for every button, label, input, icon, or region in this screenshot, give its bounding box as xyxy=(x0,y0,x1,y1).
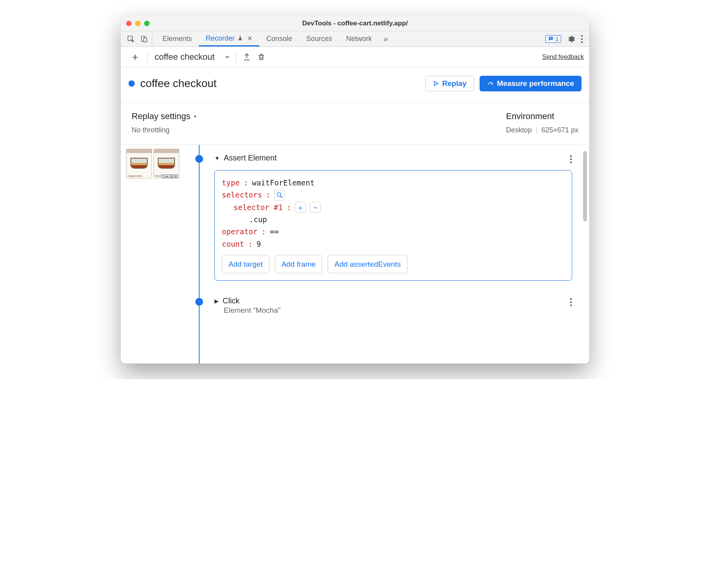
flask-icon xyxy=(237,35,243,41)
add-selector-button[interactable]: ＋ xyxy=(295,202,306,213)
measure-performance-button[interactable]: Measure performance xyxy=(480,76,582,91)
titlebar: DevTools - coffee-cart.netlify.app/ xyxy=(121,16,589,31)
close-window-button[interactable] xyxy=(126,21,132,26)
remove-selector-button[interactable]: − xyxy=(310,202,321,213)
tab-sources[interactable]: Sources xyxy=(299,31,339,46)
svg-point-10 xyxy=(570,162,572,163)
recorder-toolbar: ＋ coffee checkout Send feedback xyxy=(121,47,589,67)
field-value-type[interactable]: waitForElement xyxy=(252,177,314,189)
pick-selector-icon[interactable] xyxy=(274,190,285,201)
gauge-icon xyxy=(487,80,494,87)
svg-point-5 xyxy=(581,35,583,36)
zoom-window-button[interactable] xyxy=(144,21,150,26)
issues-badge[interactable]: 1 xyxy=(545,35,561,43)
window-title: DevTools - coffee-cart.netlify.app/ xyxy=(121,20,589,27)
caret-right-icon xyxy=(193,114,197,119)
settings-gear-icon[interactable] xyxy=(567,35,575,43)
step-header[interactable]: ▼ Assert Element xyxy=(214,153,572,162)
close-tab-icon[interactable]: ✕ xyxy=(247,35,252,42)
recording-select[interactable]: coffee checkout xyxy=(151,52,233,62)
tab-console[interactable]: Console xyxy=(259,31,299,46)
svg-point-7 xyxy=(581,41,583,43)
replay-button[interactable]: Replay xyxy=(425,76,474,91)
tab-network[interactable]: Network xyxy=(339,31,379,46)
device-toolbar-icon[interactable] xyxy=(140,35,148,43)
chat-icon xyxy=(548,36,554,42)
field-key-type: type xyxy=(222,177,240,189)
svg-point-9 xyxy=(570,159,572,160)
new-recording-button[interactable]: ＋ xyxy=(126,50,144,64)
step-menu-icon[interactable] xyxy=(570,298,572,306)
environment-label: Environment xyxy=(506,111,578,121)
screenshot-thumbnail[interactable]: Cappuccino xyxy=(126,149,152,178)
thumbnail-column: Cappuccino Mocha Total: $0.00 xyxy=(121,145,183,363)
tab-elements[interactable]: Elements xyxy=(155,31,199,46)
tab-recorder[interactable]: Recorder ✕ xyxy=(199,31,259,46)
step-subtitle: Element "Mocha" xyxy=(214,306,281,315)
svg-point-6 xyxy=(581,38,583,39)
svg-rect-4 xyxy=(550,39,551,39)
step-details-card: type: waitForElement selectors: selector… xyxy=(214,170,572,281)
svg-rect-3 xyxy=(550,38,552,38)
step-assert-element: ▼ Assert Element type: waitForElement se… xyxy=(183,153,572,281)
field-value-count[interactable]: 9 xyxy=(257,238,261,250)
selector-value[interactable]: .cup xyxy=(249,214,267,226)
timeline-node-icon xyxy=(195,155,203,163)
export-icon[interactable] xyxy=(239,53,254,61)
field-key-operator: operator xyxy=(222,226,258,238)
recording-title: coffee checkout xyxy=(140,77,217,90)
inspect-element-icon[interactable] xyxy=(127,35,135,43)
settings-row: Replay settings No throttling Environmen… xyxy=(121,103,589,145)
chevron-down-icon xyxy=(224,54,230,60)
minimize-window-button[interactable] xyxy=(135,21,141,26)
step-menu-icon[interactable] xyxy=(570,155,572,164)
caret-down-icon: ▼ xyxy=(214,155,220,161)
timeline-node-icon xyxy=(195,298,203,306)
recording-header: coffee checkout Replay Measure performan… xyxy=(121,67,589,103)
field-value-operator[interactable]: == xyxy=(270,226,279,238)
add-frame-button[interactable]: Add frame xyxy=(275,255,323,273)
send-feedback-link[interactable]: Send feedback xyxy=(542,53,584,61)
tabs-overflow-icon[interactable]: » xyxy=(379,31,392,46)
svg-rect-2 xyxy=(144,37,147,42)
timeline: ▼ Assert Element type: waitForElement se… xyxy=(183,145,589,363)
screenshot-thumbnail[interactable]: Mocha Total: $0.00 xyxy=(153,149,179,178)
recording-status-dot-icon xyxy=(128,80,135,87)
svg-point-8 xyxy=(570,155,572,157)
field-key-selector-1: selector #1 xyxy=(234,201,283,214)
devtools-window: DevTools - coffee-cart.netlify.app/ Elem… xyxy=(121,16,589,363)
add-target-button[interactable]: Add target xyxy=(222,255,269,273)
throttling-value: No throttling xyxy=(132,126,197,134)
scrollbar[interactable] xyxy=(583,151,587,221)
tabs-bar: Elements Recorder ✕ Console Sources Netw… xyxy=(121,31,589,47)
step-header[interactable]: ▶ Click Element "Mocha" xyxy=(214,296,572,315)
more-menu-icon[interactable] xyxy=(581,35,583,43)
caret-right-icon: ▶ xyxy=(214,298,219,304)
steps-area: Cappuccino Mocha Total: $0.00 ▼ Assert E… xyxy=(121,145,589,363)
add-asserted-events-button[interactable]: Add assertedEvents xyxy=(328,255,407,273)
svg-point-13 xyxy=(570,301,572,303)
replay-settings-toggle[interactable]: Replay settings xyxy=(132,111,197,121)
delete-icon[interactable] xyxy=(254,53,268,61)
step-click: ▶ Click Element "Mocha" xyxy=(183,296,572,315)
svg-point-14 xyxy=(570,305,572,306)
play-icon xyxy=(433,80,439,87)
svg-point-12 xyxy=(570,298,572,300)
environment-value: Desktop|625×671 px xyxy=(506,126,578,134)
traffic-lights xyxy=(126,21,150,26)
field-key-count: count xyxy=(222,238,244,250)
field-key-selectors: selectors xyxy=(222,189,262,201)
